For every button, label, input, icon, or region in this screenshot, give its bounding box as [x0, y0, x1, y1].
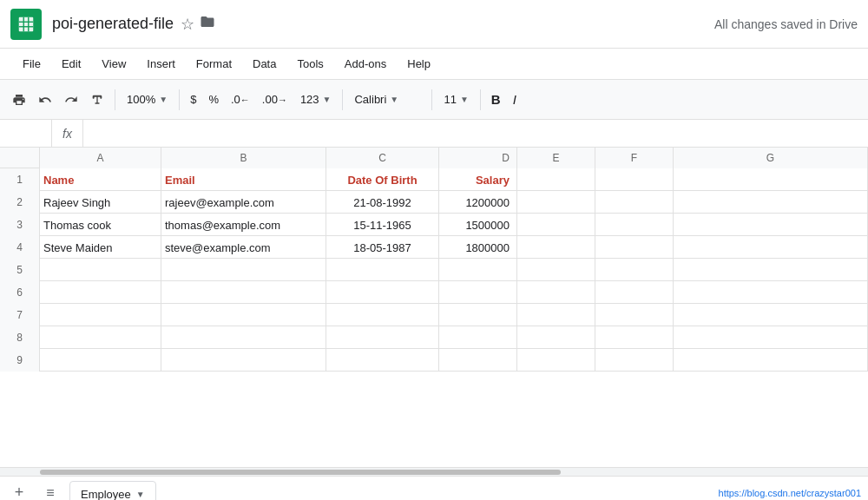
- percent-button[interactable]: %: [203, 89, 224, 109]
- cell-b1[interactable]: Email: [161, 168, 326, 191]
- cell-d9[interactable]: [439, 349, 517, 372]
- menu-data[interactable]: Data: [244, 54, 285, 74]
- sheet-tab-employee[interactable]: Employee ▼: [69, 481, 156, 501]
- cell-c6[interactable]: [326, 281, 439, 304]
- star-icon[interactable]: ☆: [181, 15, 194, 34]
- cell-f1[interactable]: [595, 168, 674, 191]
- cell-e3[interactable]: [517, 214, 595, 236]
- menu-help[interactable]: Help: [398, 54, 439, 74]
- cell-a2[interactable]: Rajeev Singh: [40, 191, 161, 214]
- decimal-left-button[interactable]: .0←: [226, 89, 255, 109]
- cell-c9[interactable]: [326, 349, 439, 372]
- menu-format[interactable]: Format: [187, 54, 240, 74]
- cell-g8[interactable]: [674, 326, 868, 349]
- cell-g9[interactable]: [674, 349, 868, 372]
- cell-d2[interactable]: 1200000: [439, 191, 517, 214]
- cell-g6[interactable]: [674, 281, 868, 304]
- cell-f3[interactable]: [595, 214, 674, 236]
- scrollbar-thumb[interactable]: [40, 470, 561, 475]
- menu-addons[interactable]: Add-ons: [336, 54, 395, 74]
- col-header-g[interactable]: G: [674, 148, 868, 168]
- menu-insert[interactable]: Insert: [138, 54, 184, 74]
- menu-edit[interactable]: Edit: [53, 54, 89, 74]
- cell-c7[interactable]: [326, 304, 439, 326]
- cell-reference[interactable]: [0, 120, 52, 147]
- cell-e8[interactable]: [517, 326, 595, 349]
- cell-c2[interactable]: 21-08-1992: [326, 191, 439, 214]
- cell-g3[interactable]: [674, 214, 868, 236]
- currency-button[interactable]: $: [185, 89, 201, 109]
- cell-b6[interactable]: [161, 281, 326, 304]
- decimal-right-button[interactable]: .00→: [257, 89, 293, 109]
- cell-c8[interactable]: [326, 326, 439, 349]
- cell-g2[interactable]: [674, 191, 868, 214]
- cell-f5[interactable]: [595, 259, 674, 281]
- cell-c3[interactable]: 15-11-1965: [326, 214, 439, 236]
- cell-d7[interactable]: [439, 304, 517, 326]
- cell-b3[interactable]: thomas@example.com: [161, 214, 326, 236]
- horizontal-scrollbar[interactable]: [0, 467, 868, 476]
- cell-b2[interactable]: rajeev@example.com: [161, 191, 326, 214]
- cell-f9[interactable]: [595, 349, 674, 372]
- cell-e4[interactable]: [517, 236, 595, 259]
- cell-e6[interactable]: [517, 281, 595, 304]
- cell-g7[interactable]: [674, 304, 868, 326]
- cell-e5[interactable]: [517, 259, 595, 281]
- col-header-b[interactable]: B: [161, 148, 326, 168]
- cell-f7[interactable]: [595, 304, 674, 326]
- col-header-e[interactable]: E: [517, 148, 595, 168]
- cell-f2[interactable]: [595, 191, 674, 214]
- cell-b8[interactable]: [161, 326, 326, 349]
- undo-button[interactable]: [33, 89, 57, 110]
- cell-f6[interactable]: [595, 281, 674, 304]
- cell-a5[interactable]: [40, 259, 161, 281]
- col-header-f[interactable]: F: [595, 148, 674, 168]
- menu-tools[interactable]: Tools: [288, 54, 332, 74]
- cell-d6[interactable]: [439, 281, 517, 304]
- cell-a9[interactable]: [40, 349, 161, 372]
- cell-d1[interactable]: Salary: [439, 168, 517, 191]
- formula-input[interactable]: [83, 120, 868, 147]
- cell-f8[interactable]: [595, 326, 674, 349]
- menu-file[interactable]: File: [14, 54, 49, 74]
- col-header-a[interactable]: A: [40, 148, 161, 168]
- cell-e9[interactable]: [517, 349, 595, 372]
- print-button[interactable]: [7, 89, 31, 110]
- cell-c5[interactable]: [326, 259, 439, 281]
- paint-format-button[interactable]: [85, 89, 109, 110]
- cell-a8[interactable]: [40, 326, 161, 349]
- font-size-dropdown[interactable]: 11 ▼: [437, 90, 474, 109]
- cell-d5[interactable]: [439, 259, 517, 281]
- cell-a7[interactable]: [40, 304, 161, 326]
- cell-d4[interactable]: 1800000: [439, 236, 517, 259]
- cell-a1[interactable]: Name: [40, 168, 161, 191]
- cell-a4[interactable]: Steve Maiden: [40, 236, 161, 259]
- zoom-dropdown[interactable]: 100% ▼: [121, 90, 174, 109]
- menu-view[interactable]: View: [93, 54, 135, 74]
- cell-b5[interactable]: [161, 259, 326, 281]
- cell-b4[interactable]: steve@example.com: [161, 236, 326, 259]
- sheets-menu-button[interactable]: ≡: [38, 481, 62, 501]
- cell-d3[interactable]: 1500000: [439, 214, 517, 236]
- cell-e1[interactable]: [517, 168, 595, 191]
- font-name-dropdown[interactable]: Calibri ▼: [348, 90, 426, 109]
- col-header-c[interactable]: C: [326, 148, 439, 168]
- cell-e2[interactable]: [517, 191, 595, 214]
- cell-d8[interactable]: [439, 326, 517, 349]
- cell-b9[interactable]: [161, 349, 326, 372]
- cell-g5[interactable]: [674, 259, 868, 281]
- folder-icon[interactable]: [200, 14, 215, 34]
- bold-button[interactable]: B: [486, 89, 506, 110]
- more-formats-dropdown[interactable]: 123 ▼: [294, 90, 338, 109]
- cell-c1[interactable]: Date Of Birth: [326, 168, 439, 191]
- cell-g4[interactable]: [674, 236, 868, 259]
- italic-button[interactable]: I: [508, 89, 522, 110]
- col-header-d[interactable]: D: [439, 148, 517, 168]
- redo-button[interactable]: [59, 89, 83, 110]
- cell-a6[interactable]: [40, 281, 161, 304]
- cell-c4[interactable]: 18-05-1987: [326, 236, 439, 259]
- cell-f4[interactable]: [595, 236, 674, 259]
- add-sheet-button[interactable]: +: [7, 481, 31, 501]
- cell-e7[interactable]: [517, 304, 595, 326]
- cell-a3[interactable]: Thomas cook: [40, 214, 161, 236]
